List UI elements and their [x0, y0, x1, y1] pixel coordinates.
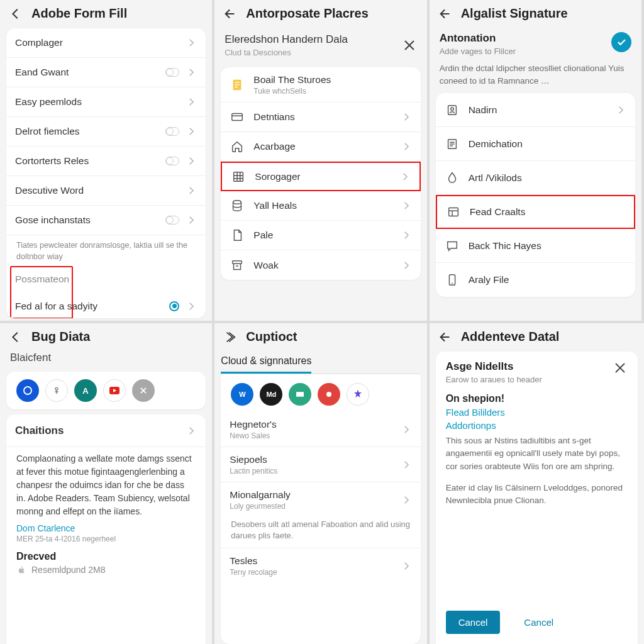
chevron-right-icon: [186, 67, 197, 78]
panel-bug-data: Bug Diata Blaicfent A Chaitions Complaon…: [0, 321, 214, 644]
chevron-right-icon: [401, 494, 412, 506]
cancel-button-primary[interactable]: Cancel: [446, 611, 501, 634]
svg-rect-4: [232, 114, 243, 121]
body-paragraph: This sous ar Nstins tadiultibis ant s-ge…: [436, 435, 638, 478]
meta-text: MER 25-ta 4-I2016 negerheel: [6, 535, 206, 548]
list-item[interactable]: Woak: [221, 250, 420, 280]
list-item[interactable]: MionalgarnalyLoly geurmested: [221, 482, 420, 518]
body-paragraph: Complaonating a wellate mote damgs ssenc…: [6, 447, 206, 523]
sheet-icon: [230, 77, 245, 92]
content-card: Chaitions Complaonating a wellate mote d…: [6, 414, 206, 644]
list-item[interactable]: Boail The SturoesTuke whchSells: [221, 67, 420, 103]
radio-on-icon[interactable]: [169, 301, 179, 311]
res-row: Resemldpund 2M8: [6, 564, 206, 576]
chevron-right-icon: [186, 214, 197, 226]
list-item[interactable]: Complager: [6, 28, 206, 58]
app-icon[interactable]: W: [231, 383, 253, 406]
page-title: Antorposate Placres: [246, 6, 369, 21]
panel-signature: Algalist Signature Antonation Adde vages…: [430, 0, 644, 321]
list-item[interactable]: Cortorterts Reles: [6, 147, 206, 176]
svg-rect-7: [233, 260, 242, 264]
link-addort[interactable]: Addortionps: [436, 418, 638, 435]
chevron-right-icon: [401, 424, 412, 435]
toggle-off-icon[interactable]: [165, 216, 179, 225]
chevron-right-icon: [615, 104, 626, 116]
file-icon: [230, 228, 245, 243]
list-item[interactable]: Fed al for a sadyity: [6, 291, 206, 318]
back-icon[interactable]: [9, 7, 23, 21]
list-item[interactable]: Artl /Vikilods: [436, 161, 635, 195]
list-item-highlighted[interactable]: Fead Craalts: [436, 195, 635, 229]
list-item[interactable]: Eand Gwant: [6, 58, 206, 87]
close-icon[interactable]: [613, 360, 628, 375]
app-icon[interactable]: [45, 379, 68, 402]
list-item[interactable]: Acarbage: [221, 132, 420, 162]
dialog-header: Asge Nidellts Earow to araues to header: [436, 352, 638, 387]
places-list: Boail The SturoesTuke whchSells Detntian…: [221, 67, 420, 280]
chevron-right-icon: [401, 459, 412, 470]
check-badge-icon: [611, 32, 631, 52]
toggle-off-icon[interactable]: [165, 127, 179, 136]
list-item[interactable]: Pale: [221, 221, 420, 250]
panel-places: Antorposate Placres Eleredshon Handern D…: [214, 0, 429, 321]
chations-row[interactable]: Chaitions: [6, 414, 206, 447]
dialog-actions: Cancel Cancel: [436, 601, 638, 644]
close-icon[interactable]: [402, 38, 417, 53]
back-icon[interactable]: [9, 330, 23, 344]
list-item[interactable]: Gose inchanstats: [6, 206, 206, 235]
forward-icon[interactable]: [223, 330, 237, 344]
list-item[interactable]: Nadirn: [436, 93, 635, 127]
link-flead[interactable]: Flead Bililders: [436, 406, 638, 418]
cancel-button-ghost[interactable]: Cancel: [511, 611, 566, 634]
header: Bug Diata: [0, 323, 212, 349]
app-icon[interactable]: [289, 383, 311, 406]
chevron-right-icon: [186, 126, 197, 137]
hint-text: Tiates pewcleater donramslosge, laktia u…: [6, 235, 206, 267]
tab-bar: Cloud & signnatures: [221, 349, 420, 374]
list-item[interactable]: Yall Heals: [221, 191, 420, 221]
page-title: Adobe Form Fill: [31, 6, 127, 21]
chevron-right-icon: [186, 155, 197, 167]
back-icon[interactable]: [438, 7, 452, 21]
app-icon[interactable]: [16, 379, 39, 402]
list-item-highlighted[interactable]: Sorogager: [221, 162, 420, 191]
list-item[interactable]: Possmateon: [6, 267, 206, 291]
list-item[interactable]: Detntians: [221, 103, 420, 132]
section-label: Blaicfent: [0, 349, 212, 369]
list-item[interactable]: Demichation: [436, 127, 635, 161]
app-icons-row: A: [6, 372, 206, 409]
app-icon[interactable]: A: [74, 379, 97, 402]
grid-icon: [231, 169, 246, 184]
app-icon[interactable]: [347, 383, 369, 406]
back-icon[interactable]: [438, 330, 452, 344]
apple-icon: [16, 565, 26, 575]
toggle-off-icon[interactable]: [165, 157, 179, 165]
toggle-off-icon[interactable]: [165, 68, 179, 77]
list-item[interactable]: Back Thic Hayes: [436, 229, 635, 263]
document-lines-icon: [445, 136, 460, 152]
chat-icon: [445, 238, 460, 253]
signature-list: Nadirn Demichation Artl /Vikilods Fead C…: [436, 93, 635, 297]
app-icon[interactable]: [132, 379, 155, 402]
list-item[interactable]: SiepoelsLactin penitics: [221, 447, 420, 482]
drop-icon: [445, 170, 460, 186]
chevron-right-icon: [186, 96, 197, 108]
header: Cuptioct: [214, 323, 426, 349]
chevron-right-icon: [186, 301, 197, 312]
list-item[interactable]: Delrot fiemcles: [6, 117, 206, 147]
app-icon[interactable]: Md: [260, 383, 282, 406]
list-item[interactable]: Easy peemlods: [6, 87, 206, 117]
panel-addenteve: Addenteve Datal Asge Nidellts Earow to a…: [430, 321, 644, 644]
archive-icon: [230, 258, 245, 273]
app-icon[interactable]: [318, 383, 340, 406]
user-icon: [445, 103, 460, 118]
link-text[interactable]: Dom Ctarlence: [6, 523, 206, 535]
list-item[interactable]: Hegnetor'sNewo Sales: [221, 412, 420, 447]
back-icon[interactable]: [223, 7, 237, 21]
app-icon[interactable]: [103, 379, 126, 402]
list-item[interactable]: Descutive Word: [6, 176, 206, 206]
list-item[interactable]: Araly File: [436, 263, 635, 297]
description-text: Ardin the dctal ldipcher steoslliet clio…: [430, 60, 641, 93]
tab-cloud-signatures[interactable]: Cloud & signnatures: [221, 349, 311, 374]
list-item[interactable]: TeslesTerıy recolage: [221, 548, 420, 583]
